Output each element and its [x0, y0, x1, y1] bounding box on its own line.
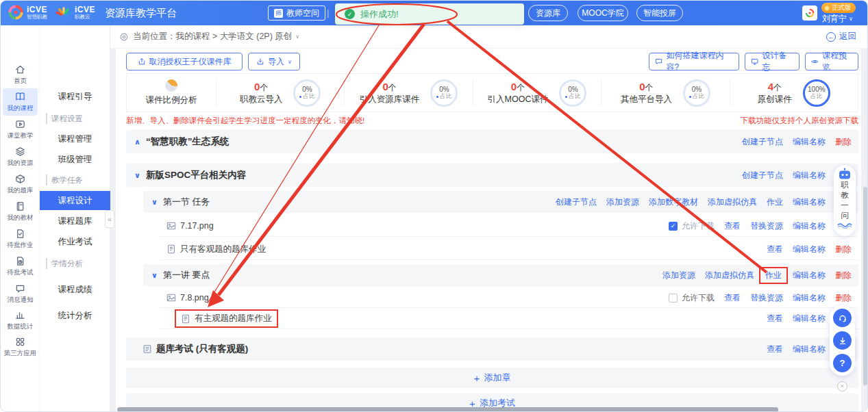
action-replace-resource[interactable]: 替换资源: [750, 220, 783, 232]
robot-icon: [837, 168, 852, 180]
sidebar-item-messages[interactable]: 消息通知: [3, 280, 38, 307]
toast-message: 操作成功!: [360, 8, 399, 21]
add-chapter-button[interactable]: + 添加章: [126, 368, 858, 388]
chevron-down-icon[interactable]: ∨: [151, 271, 158, 280]
action-homework[interactable]: 作业: [767, 196, 783, 208]
sidebar-item-pending-homework[interactable]: 待批作业: [3, 225, 38, 253]
grid-apps-icon: [15, 337, 25, 347]
sidebar-item-data-statistics[interactable]: 数据统计: [3, 307, 38, 334]
percent-gauge: 0%占比: [683, 79, 710, 107]
action-add-resource[interactable]: 添加资源: [662, 270, 695, 281]
assistant-char: 一: [841, 201, 849, 211]
submenu-item-class-management[interactable]: 班级管理: [40, 150, 110, 169]
action-view[interactable]: 查看: [724, 220, 741, 232]
success-toast: ✓ 操作成功!: [335, 3, 524, 25]
action-edit-name[interactable]: 编辑名称: [793, 244, 826, 255]
action-delete[interactable]: 删除: [835, 270, 852, 281]
action-create-child-node[interactable]: 创建子节点: [742, 136, 783, 148]
sidebar-item-pending-exams[interactable]: 待批考试: [3, 253, 38, 280]
resource-title: 7.17.png: [180, 221, 214, 231]
nav-pill-smart-casting[interactable]: 智能投屏: [636, 5, 683, 21]
user-menu[interactable]: 刘育宁 ∨: [822, 13, 853, 25]
download-button[interactable]: [833, 331, 852, 350]
submenu-item-course-grades[interactable]: 课程成绩: [40, 280, 110, 299]
percent-gauge: 100%占比: [803, 79, 830, 107]
action-edit-name[interactable]: 编辑名称: [793, 196, 826, 208]
sidebar-item-my-courses[interactable]: 我的课程: [3, 88, 38, 116]
action-edit-name[interactable]: 编辑名称: [793, 136, 826, 148]
action-add-resource[interactable]: 添加资源: [606, 196, 639, 208]
courseware-ratio-analysis[interactable]: 课件比例分析: [127, 79, 216, 106]
teacher-space-button[interactable]: 师 教师空间: [268, 5, 325, 21]
action-edit-name[interactable]: 编辑名称: [793, 220, 826, 232]
sidebar-collapse-handle[interactable]: «: [105, 210, 114, 228]
design-memo-button[interactable]: 设计备忘: [745, 53, 799, 70]
zhijiao-assistant-widget[interactable]: 职 教 一 问: [834, 165, 856, 236]
chevron-down-icon[interactable]: ∨: [151, 198, 158, 207]
button-label: 如何搭建课程内容?: [666, 50, 733, 73]
submenu-item-statistical-analysis[interactable]: 统计分析: [40, 306, 110, 325]
submenu-item-course-management[interactable]: 课程管理: [40, 129, 110, 149]
horizontal-scrollbar[interactable]: [117, 407, 778, 412]
allow-download-checkbox[interactable]: ✓: [669, 222, 678, 231]
app-mini-icon[interactable]: [802, 5, 817, 21]
help-button[interactable]: ?: [833, 354, 852, 372]
action-homework-highlighted[interactable]: 作业: [759, 267, 788, 284]
eye-icon: [811, 57, 819, 66]
submenu-item-homework-exams[interactable]: 作业考试: [40, 232, 110, 251]
action-add-digital-textbook[interactable]: 添加数字教材: [649, 196, 698, 208]
action-delete[interactable]: 删除: [835, 136, 852, 148]
nav-pill-resource-library[interactable]: 资源库: [528, 5, 568, 21]
chevron-down-icon[interactable]: ∨: [134, 171, 140, 180]
sidebar-item-third-party-apps[interactable]: 第三方应用: [3, 333, 38, 361]
course-preview-button[interactable]: 课程预览: [805, 53, 858, 70]
submenu-item-course-design[interactable]: 课程设计: [40, 191, 110, 210]
cancel-authorization-button[interactable]: 取消授权王子仪课件库: [126, 53, 243, 70]
how-to-build-course-button[interactable]: 如何搭建课程内容?: [649, 53, 739, 70]
homework-row: 有主观题的题库作业 查看 编辑名称 删除: [160, 309, 858, 329]
breadcrumb-prefix: 当前位置：: [133, 31, 176, 42]
import-button[interactable]: 导入 ∨: [248, 53, 300, 70]
sidebar-item-my-textbooks[interactable]: 我的教材: [3, 198, 38, 225]
action-edit-name[interactable]: 编辑名称: [793, 270, 826, 281]
action-edit-name[interactable]: 编辑名称: [793, 313, 826, 324]
action-delete[interactable]: 删除: [835, 244, 852, 255]
sidebar-item-my-question-bank[interactable]: 我的题库: [3, 170, 38, 198]
share-box-icon: [138, 57, 146, 66]
close-widgets-button[interactable]: ×: [837, 381, 847, 391]
action-delete[interactable]: 删除: [835, 292, 852, 304]
action-view[interactable]: 查看: [767, 313, 783, 324]
action-edit-name[interactable]: 编辑名称: [793, 292, 826, 304]
action-edit-name[interactable]: 编辑名称: [793, 344, 826, 355]
action-view[interactable]: 查看: [767, 344, 783, 355]
sidebar-item-my-resources[interactable]: 我的资源: [3, 143, 38, 170]
button-label: 设计备忘: [762, 50, 793, 73]
back-label: 返回: [839, 31, 856, 42]
vertical-scrollbar[interactable]: [863, 187, 867, 385]
action-add-virtual-simulation[interactable]: 添加虚拟仿真: [705, 270, 754, 281]
chevron-down-icon[interactable]: ∨: [295, 34, 299, 40]
back-button[interactable]: ← 返回: [826, 31, 856, 42]
breadcrumb-path[interactable]: 我的课程 > 大学语文 (2P) 原创: [176, 31, 293, 42]
action-create-child-node[interactable]: 创建子节点: [556, 196, 597, 208]
annotated-homework-item[interactable]: 有主观题的题库作业: [175, 309, 278, 328]
sidebar-item-home[interactable]: 首页: [3, 61, 38, 88]
sidebar-item-classroom-teaching[interactable]: 课堂教学: [3, 116, 38, 143]
support-button[interactable]: [833, 309, 852, 327]
action-create-child-node[interactable]: 创建子节点: [742, 170, 783, 181]
plus-icon: +: [474, 372, 480, 384]
action-view[interactable]: 查看: [724, 292, 741, 304]
action-view[interactable]: 查看: [767, 244, 783, 255]
action-add-virtual-simulation[interactable]: 添加虚拟仿真: [708, 196, 757, 208]
action-edit-name[interactable]: 编辑名称: [793, 170, 826, 181]
allow-download-checkbox[interactable]: [669, 294, 678, 302]
submenu-item-course-guide[interactable]: 课程引导: [40, 87, 110, 106]
action-replace-resource[interactable]: 替换资源: [750, 292, 783, 304]
chevron-up-icon[interactable]: ∧: [134, 138, 140, 146]
courseware-stats-bar: 课件比例分析 0个 职教云导入 0%占比 0个 引入资源库课件 0%占比 0个: [126, 73, 858, 112]
submenu-item-course-question-bank[interactable]: 课程题库: [40, 211, 110, 231]
nav-pill-mooc-academy[interactable]: MOOC学院: [578, 5, 628, 21]
brand1-name: iCVE: [27, 5, 47, 14]
platform-title: 资源库教学平台: [105, 7, 177, 20]
homework-title: 有主观题的题库作业: [195, 313, 272, 324]
